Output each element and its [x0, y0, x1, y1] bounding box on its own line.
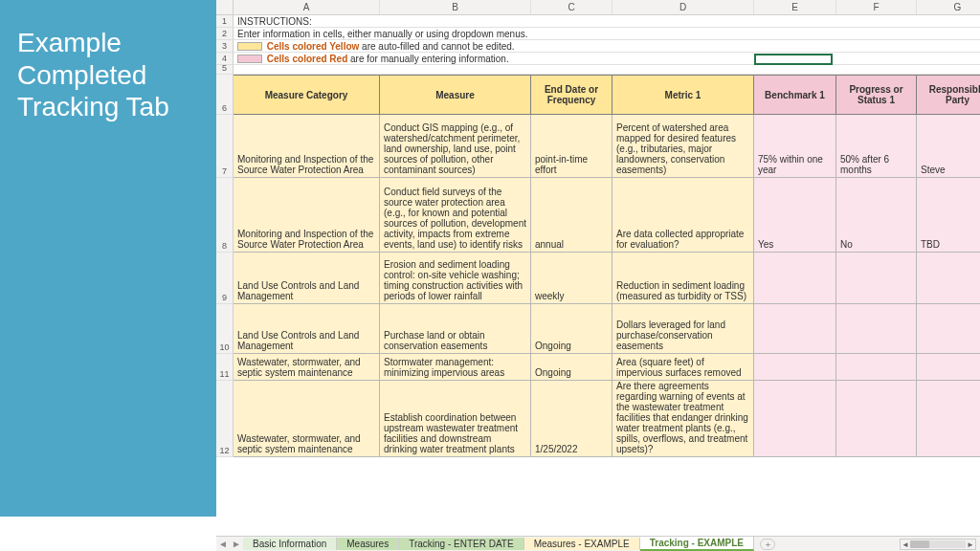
- tab-measures[interactable]: Measures: [337, 538, 399, 550]
- row-number[interactable]: 2: [216, 28, 234, 40]
- cell-G9[interactable]: [917, 253, 980, 303]
- col-header-C[interactable]: C: [531, 0, 612, 14]
- cell-B10[interactable]: Purchase land or obtain conservation eas…: [380, 304, 531, 353]
- scroll-left-icon[interactable]: ◄: [901, 540, 910, 549]
- row-number[interactable]: 10: [216, 304, 234, 354]
- cell-D12[interactable]: Are there agreements regarding warning o…: [612, 381, 754, 456]
- cell-D9[interactable]: Reduction in sediment loading (measured …: [612, 253, 754, 303]
- row-number[interactable]: 7: [216, 115, 234, 178]
- cell-D10[interactable]: Dollars leveraged for land purchase/cons…: [612, 304, 754, 353]
- instructions-line: Enter information in cells, either manua…: [234, 29, 532, 39]
- cell-C12[interactable]: 1/25/2022: [531, 381, 612, 456]
- header-measure[interactable]: Measure: [380, 76, 531, 114]
- scroll-track[interactable]: [910, 540, 966, 548]
- row-number[interactable]: 3: [216, 40, 234, 53]
- cell-G11[interactable]: [917, 354, 980, 380]
- col-header-F[interactable]: F: [836, 0, 917, 14]
- cell-B7[interactable]: Conduct GIS mapping (e.g., of watershed/…: [380, 115, 531, 177]
- header-measure-category[interactable]: Measure Category: [234, 76, 380, 114]
- cell-C7[interactable]: point-in-time effort: [531, 115, 612, 177]
- cell-C11[interactable]: Ongoing: [531, 354, 612, 380]
- tab-tracking-example[interactable]: Tracking - EXAMPLE: [640, 537, 754, 551]
- cell-G12[interactable]: [917, 381, 980, 456]
- row-number[interactable]: 8: [216, 178, 234, 253]
- table-header-row: Measure Category Measure End Date or Fre…: [234, 75, 980, 115]
- instructions-heading: INSTRUCTIONS:: [234, 16, 316, 27]
- col-header-G[interactable]: G: [917, 0, 980, 14]
- row-number[interactable]: 6: [216, 75, 234, 115]
- row-number[interactable]: 9: [216, 253, 234, 304]
- row-number[interactable]: 12: [216, 381, 234, 457]
- cell-E10[interactable]: [754, 304, 836, 353]
- tab-basic-information[interactable]: Basic Information: [243, 538, 337, 550]
- row-3[interactable]: Cells colored Yellow are auto-filled and…: [234, 40, 980, 53]
- header-responsible[interactable]: Responsible Party: [917, 76, 980, 114]
- cell-E11[interactable]: [754, 354, 836, 380]
- cell-G7[interactable]: Steve: [917, 115, 980, 177]
- header-metric-1[interactable]: Metric 1: [612, 76, 754, 114]
- cell-F11[interactable]: [836, 354, 917, 380]
- cell-C9[interactable]: weekly: [531, 253, 612, 303]
- cell-E9[interactable]: [754, 253, 836, 303]
- scroll-right-icon[interactable]: ►: [966, 540, 975, 549]
- cell-B9[interactable]: Erosion and sediment loading control: on…: [380, 253, 531, 303]
- cell-B8[interactable]: Conduct field surveys of the source wate…: [380, 178, 531, 252]
- cell-F10[interactable]: [836, 304, 917, 353]
- slide-title-block: Example Completed Tracking Tab: [0, 0, 216, 517]
- cell-F9[interactable]: [836, 253, 917, 303]
- add-sheet-button[interactable]: ＋: [760, 539, 775, 550]
- cell-A8[interactable]: Monitoring and Inspection of the Source …: [234, 178, 380, 252]
- cell-E7[interactable]: 75% within one year: [754, 115, 836, 177]
- cell-A11[interactable]: Wastewater, stormwater, and septic syste…: [234, 354, 380, 380]
- title-line-2: Completed: [17, 60, 146, 90]
- tab-nav-prev-icon[interactable]: ◄: [216, 539, 230, 549]
- cell-C10[interactable]: Ongoing: [531, 304, 612, 353]
- cell-G10[interactable]: [917, 304, 980, 353]
- column-header-row: A B C D E F G: [216, 0, 980, 15]
- row-1[interactable]: INSTRUCTIONS:: [234, 15, 980, 28]
- table-row: Land Use Controls and Land ManagementPur…: [234, 304, 980, 354]
- cell-C8[interactable]: annual: [531, 178, 612, 252]
- scroll-thumb[interactable]: [910, 540, 929, 548]
- row-4[interactable]: Cells colored Red are for manually enter…: [234, 53, 980, 65]
- col-header-B[interactable]: B: [380, 0, 531, 14]
- select-all-corner[interactable]: [216, 0, 234, 14]
- cell-G8[interactable]: TBD: [917, 178, 980, 252]
- cell-D7[interactable]: Percent of watershed area mapped for des…: [612, 115, 754, 177]
- cell-D8[interactable]: Are data collected appropriate for evalu…: [612, 178, 754, 252]
- row-number[interactable]: 5: [216, 65, 234, 75]
- cell-A10[interactable]: Land Use Controls and Land Management: [234, 304, 380, 353]
- header-end-date[interactable]: End Date or Frequency: [531, 76, 612, 114]
- col-header-A[interactable]: A: [234, 0, 380, 14]
- cell-F12[interactable]: [836, 381, 917, 456]
- header-benchmark-1[interactable]: Benchmark 1: [754, 76, 836, 114]
- cell-F8[interactable]: No: [836, 178, 917, 252]
- tab-nav-next-icon[interactable]: ►: [230, 539, 243, 549]
- yellow-legend-label: Cells colored Yellow: [267, 41, 360, 52]
- col-header-D[interactable]: D: [612, 0, 754, 14]
- cell-B12[interactable]: Establish coordination between upstream …: [380, 381, 531, 456]
- cell-A9[interactable]: Land Use Controls and Land Management: [234, 253, 380, 303]
- row-2[interactable]: Enter information in cells, either manua…: [234, 28, 980, 40]
- cell-E12[interactable]: [754, 381, 836, 456]
- tab-measures-example[interactable]: Measures - EXAMPLE: [524, 538, 640, 550]
- cell-D11[interactable]: Area (square feet) of impervious surface…: [612, 354, 754, 380]
- tab-tracking-enter-date[interactable]: Tracking - ENTER DATE: [399, 538, 523, 550]
- col-header-E[interactable]: E: [754, 0, 836, 14]
- cell-A12[interactable]: Wastewater, stormwater, and septic syste…: [234, 381, 380, 456]
- horizontal-scrollbar[interactable]: ◄ ►: [900, 539, 976, 550]
- cell-B11[interactable]: Stormwater management: minimizing imperv…: [380, 354, 531, 380]
- cell-A7[interactable]: Monitoring and Inspection of the Source …: [234, 115, 380, 177]
- grid: 123456789101112 INSTRUCTIONS: Enter info…: [216, 15, 980, 457]
- cell-E8[interactable]: Yes: [754, 178, 836, 252]
- spreadsheet-area: A B C D E F G 123456789101112 INSTRUCTIO…: [216, 0, 980, 536]
- cell-F7[interactable]: 50% after 6 months: [836, 115, 917, 177]
- row-number[interactable]: 1: [216, 15, 234, 28]
- yellow-swatch: [237, 42, 262, 51]
- row-5[interactable]: [234, 65, 980, 75]
- red-swatch: [237, 55, 262, 63]
- table-row: Wastewater, stormwater, and septic syste…: [234, 381, 980, 457]
- row-number[interactable]: 11: [216, 354, 234, 381]
- header-progress-1[interactable]: Progress or Status 1: [836, 76, 917, 114]
- table-row: Land Use Controls and Land ManagementEro…: [234, 253, 980, 304]
